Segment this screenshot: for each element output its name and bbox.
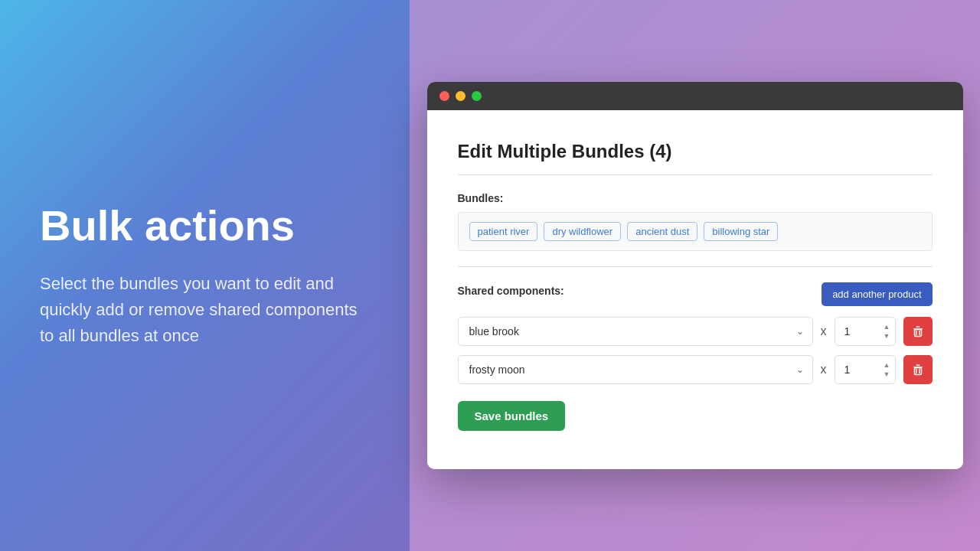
bulk-actions-description: Select the bundles you want to edit and … (40, 271, 370, 349)
bundle-tag-2: ancient dust (627, 222, 697, 241)
svg-rect-2 (914, 330, 921, 337)
shared-components-header: Shared components: add another product (458, 282, 933, 306)
quantity-wrapper-0: ▲ ▼ (835, 317, 896, 346)
product-row-1: blue brook frosty moon ⌄ x ▲ ▼ (458, 355, 933, 384)
quantity-spinners-0: ▲ ▼ (881, 323, 893, 341)
trash-icon-0 (912, 325, 924, 337)
add-another-product-button[interactable]: add another product (822, 282, 932, 306)
quantity-spinners-1: ▲ ▼ (881, 361, 893, 379)
multiply-label-1: x (821, 363, 827, 377)
right-panel: Edit Multiple Bundles (4) Bundles: patie… (410, 0, 980, 551)
product-select-0[interactable]: blue brook frosty moon (458, 317, 813, 346)
product-row-0: blue brook frosty moon ⌄ x ▲ ▼ (458, 317, 933, 346)
svg-rect-6 (916, 365, 920, 367)
product-select-wrapper-1: blue brook frosty moon ⌄ (458, 355, 813, 384)
quantity-down-1[interactable]: ▼ (881, 370, 893, 379)
close-icon[interactable] (439, 91, 449, 101)
quantity-wrapper-1: ▲ ▼ (835, 355, 896, 384)
svg-rect-7 (914, 368, 921, 375)
quantity-up-0[interactable]: ▲ (881, 323, 893, 331)
svg-rect-1 (916, 327, 920, 328)
browser-content: Edit Multiple Bundles (4) Bundles: patie… (427, 110, 963, 469)
title-divider (458, 174, 933, 175)
maximize-icon[interactable] (472, 91, 482, 101)
bundles-label: Bundles: (458, 192, 933, 204)
save-bundles-button[interactable]: Save bundles (458, 401, 566, 431)
delete-product-button-1[interactable] (903, 355, 933, 384)
bundles-container: patient river dry wildflower ancient dus… (458, 212, 933, 251)
left-panel: Bulk actions Select the bundles you want… (0, 0, 410, 551)
product-select-wrapper-0: blue brook frosty moon ⌄ (458, 317, 813, 346)
trash-icon-1 (912, 364, 924, 376)
bundles-divider (458, 266, 933, 267)
shared-components-label: Shared components: (458, 285, 564, 297)
quantity-up-1[interactable]: ▲ (881, 361, 893, 370)
multiply-label-0: x (821, 324, 827, 338)
quantity-down-0[interactable]: ▼ (881, 332, 893, 341)
browser-titlebar (427, 82, 963, 110)
bulk-actions-heading: Bulk actions (40, 202, 370, 249)
page-title: Edit Multiple Bundles (4) (458, 141, 933, 162)
browser-window: Edit Multiple Bundles (4) Bundles: patie… (427, 82, 963, 469)
bundle-tag-1: dry wildflower (544, 222, 621, 241)
product-select-1[interactable]: blue brook frosty moon (458, 355, 813, 384)
minimize-icon[interactable] (456, 91, 466, 101)
delete-product-button-0[interactable] (903, 317, 933, 346)
bundle-tag-3: billowing star (704, 222, 778, 241)
bundle-tag-0: patient river (469, 222, 538, 241)
